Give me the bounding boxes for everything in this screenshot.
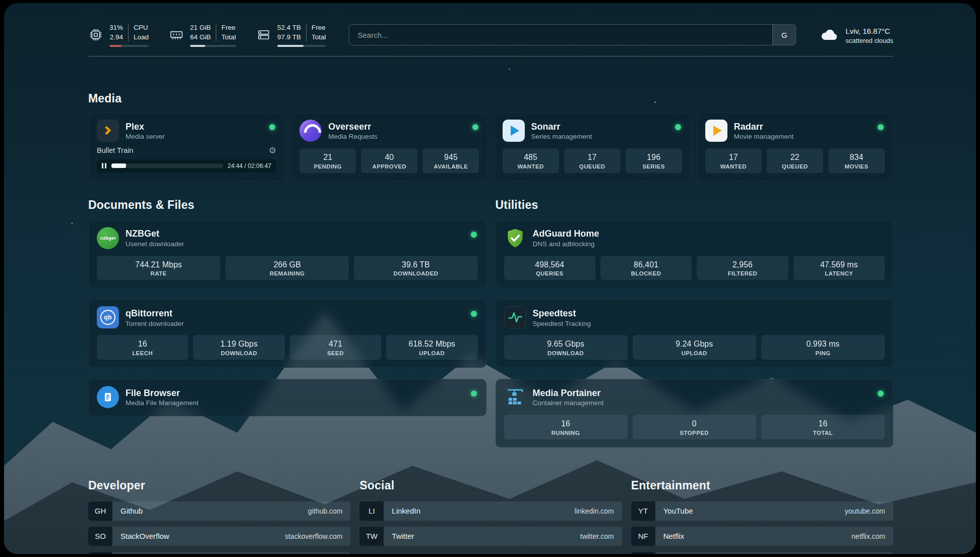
status-online-dot bbox=[269, 124, 275, 130]
stat-value: 86,401 bbox=[602, 260, 690, 270]
bookmark-dev[interactable]: DT DEV dev.to bbox=[88, 552, 350, 554]
stat-value: 485 bbox=[505, 152, 557, 163]
playback-bar[interactable]: 24:44 / 02:06:47 bbox=[97, 159, 276, 173]
ram-progress-fill bbox=[190, 45, 205, 47]
nzbget-icon: nzbget bbox=[97, 227, 119, 249]
stat-latency: 47.569 ms LATENCY bbox=[793, 256, 885, 281]
stat-value: 16 bbox=[506, 419, 626, 429]
stat-label: UPLOAD bbox=[388, 350, 475, 356]
app-card-radarr[interactable]: Radarr Movie management 17 WANTED 22 bbox=[697, 113, 893, 181]
divider bbox=[306, 24, 307, 41]
app-name: AdGuard Home bbox=[533, 228, 599, 240]
stat-filtered: 2,956 FILTERED bbox=[697, 256, 788, 281]
app-card-adguard[interactable]: AdGuard Home DNS and adblocking 498,564 … bbox=[496, 220, 894, 289]
topbar: 31% 2.94 CPU Load bbox=[88, 23, 893, 47]
stat-value: 17 bbox=[566, 152, 619, 163]
stat-seed: 471 SEED bbox=[290, 335, 381, 360]
search-input[interactable] bbox=[349, 25, 772, 45]
stat-label: QUEUED bbox=[769, 163, 821, 170]
ram-free-value: 21 GiB bbox=[190, 23, 211, 33]
search-bar: G bbox=[349, 24, 796, 45]
stat-value: 1.19 Gbps bbox=[195, 339, 282, 350]
stat-series: 196 SERIES bbox=[626, 148, 682, 173]
overseerr-icon bbox=[299, 120, 322, 142]
stat-label: AVAILABLE bbox=[424, 163, 477, 170]
stat-value: 9.24 Gbps bbox=[635, 339, 754, 350]
app-description: Movie management bbox=[734, 133, 794, 140]
app-description: DNS and adblocking bbox=[533, 240, 599, 248]
app-card-plex[interactable]: Plex Media server Bullet Train ⚙ bbox=[88, 113, 285, 181]
topbar-divider bbox=[88, 56, 893, 57]
app-card-overseerr[interactable]: Overseerr Media Requests 21 PENDING 40 bbox=[291, 113, 487, 181]
stat-label: QUEUED bbox=[566, 163, 619, 170]
disk-total-label: Total bbox=[312, 33, 326, 42]
app-name: Media Portainer bbox=[533, 387, 604, 399]
bookmark-stackoverflow[interactable]: SO StackOverflow stackoverflow.com bbox=[88, 527, 350, 546]
stat-value: 196 bbox=[628, 152, 680, 163]
app-card-portainer[interactable]: Media Portainer Container management 16 … bbox=[496, 379, 894, 448]
pause-icon[interactable] bbox=[102, 163, 106, 169]
disk-progress-track bbox=[277, 45, 326, 47]
ram-free-label: Free bbox=[221, 23, 236, 33]
portainer-crane-icon bbox=[504, 386, 526, 408]
section-developer: Developer GH Github github.com SO StackO… bbox=[88, 479, 350, 554]
bookmark-abbr: SO bbox=[88, 527, 112, 546]
stat-downloaded: 39.6 TB DOWNLOADED bbox=[354, 256, 477, 281]
stat-running: 16 RUNNING bbox=[504, 415, 628, 439]
stat-label: BLOCKED bbox=[602, 270, 690, 276]
cpu-widget-body: 31% 2.94 CPU Load bbox=[109, 23, 149, 47]
status-online-dot bbox=[471, 391, 477, 397]
app-card-qbittorrent[interactable]: qb qBittorrent Torrent downloader 16 bbox=[88, 299, 486, 368]
disk-widget: 52.4 TB 97.9 TB Free Total bbox=[256, 23, 326, 47]
stat-movies: 834 MOVIES bbox=[828, 148, 885, 173]
disk-progress-fill bbox=[277, 45, 303, 47]
stat-value: 16 bbox=[763, 419, 883, 429]
stat-leech: 16 LEECH bbox=[97, 335, 188, 360]
stat-label: LEECH bbox=[99, 350, 186, 356]
bookmark-github[interactable]: GH Github github.com bbox=[88, 502, 350, 521]
stat-approved: 40 APPROVED bbox=[361, 148, 417, 173]
playback-progress-track[interactable] bbox=[111, 163, 223, 168]
stat-value: 21 bbox=[301, 152, 354, 163]
settings-gear-icon[interactable]: ⚙ bbox=[269, 146, 276, 155]
stat-blocked: 86,401 BLOCKED bbox=[600, 256, 692, 281]
stat-label: APPROVED bbox=[363, 163, 415, 170]
app-description: Media Requests bbox=[328, 133, 378, 140]
app-card-nzbget[interactable]: nzbget NZBGet Usenet downloader 744.21 M… bbox=[88, 220, 486, 289]
stat-queued: 17 QUEUED bbox=[564, 148, 621, 173]
status-online-dot bbox=[878, 124, 884, 130]
stat-download: 9.65 Gbps DOWNLOAD bbox=[504, 335, 628, 360]
app-card-sonarr[interactable]: Sonarr Series management 485 WANTED 17 bbox=[494, 113, 691, 181]
app-description: Media server bbox=[126, 133, 165, 140]
app-card-filebrowser[interactable]: File Browser Media File Management bbox=[88, 379, 486, 416]
cpu-label: CPU bbox=[134, 23, 149, 33]
bookmark-linkedin[interactable]: LI LinkedIn linkedin.com bbox=[359, 502, 622, 521]
stat-value: 471 bbox=[292, 339, 379, 350]
section-utilities: Utilities bbox=[496, 198, 894, 448]
app-card-speedtest[interactable]: Speedtest Speedtest Tracking 9.65 Gbps D… bbox=[496, 299, 894, 368]
bookmark-youtube[interactable]: YT YouTube youtube.com bbox=[631, 502, 893, 521]
bookmark-reddit[interactable]: RE Reddit reddit.com bbox=[631, 552, 893, 554]
stat-stopped: 0 STOPPED bbox=[633, 415, 756, 439]
stat-value: 2,956 bbox=[699, 260, 786, 270]
bookmark-twitter[interactable]: TW Twitter twitter.com bbox=[359, 527, 622, 546]
bookmark-abbr: GH bbox=[88, 502, 112, 521]
stat-value: 618.52 Mbps bbox=[388, 339, 475, 350]
sonarr-icon bbox=[503, 120, 525, 142]
bookmark-url: twitter.com bbox=[580, 532, 614, 540]
qbittorrent-icon-text: qb bbox=[104, 314, 111, 321]
bookmark-netflix[interactable]: NF Netflix netflix.com bbox=[631, 527, 893, 546]
stat-rate: 744.21 Mbps RATE bbox=[97, 256, 220, 281]
weather-widget: Lviv, 16.87°C scattered clouds bbox=[819, 25, 893, 45]
radarr-icon bbox=[705, 120, 727, 142]
stat-label: FILTERED bbox=[699, 270, 786, 276]
search-engine-button[interactable]: G bbox=[772, 25, 795, 45]
ram-total-label: Total bbox=[221, 33, 236, 42]
stat-label: PING bbox=[763, 350, 883, 356]
app-name: Speedtest bbox=[533, 308, 591, 319]
stat-label: PENDING bbox=[301, 163, 354, 170]
playback-time: 24:44 / 02:06:47 bbox=[228, 162, 272, 170]
stat-queued: 22 QUEUED bbox=[767, 148, 823, 173]
app-name: Overseerr bbox=[328, 121, 378, 133]
cpu-widget: 31% 2.94 CPU Load bbox=[88, 23, 149, 47]
